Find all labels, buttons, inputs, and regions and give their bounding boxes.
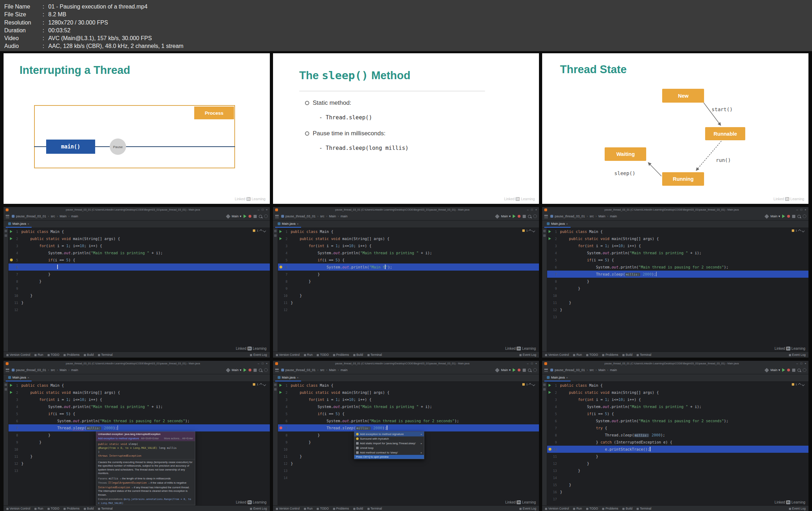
build-icon[interactable] [764,214,769,219]
gutter[interactable]: 4 [278,249,291,256]
tab-main-java[interactable]: Main.java × [6,375,32,381]
breadcrumb-src[interactable]: src [51,214,55,218]
intention-actions-popup[interactable]: Add exception to method signature▸Surrou… [354,431,424,459]
breadcrumb-class[interactable]: Main [329,368,336,372]
bulb-gutter-icon[interactable] [10,259,13,261]
statusbar-event-log[interactable]: Event Log [519,353,536,357]
code-line[interactable]: 8 } [9,278,270,285]
run-gutter-icon[interactable] [279,230,282,233]
next-issue-icon[interactable] [532,229,535,232]
statusbar-todo[interactable]: TODO [586,507,598,510]
gutter[interactable]: 11 [9,299,21,306]
gutter[interactable]: 3 [547,396,560,403]
minimize-button[interactable]: – [796,208,798,211]
code-line[interactable]: 5 if(i == 5) { [278,410,539,417]
tool-window-icon[interactable] [274,230,277,232]
breadcrumb-src[interactable]: src [320,368,325,372]
code-line[interactable]: 3 for(int i = 1; i<=10; i++) { [547,242,808,249]
gutter[interactable]: 13 [547,467,560,474]
gutter[interactable]: 11 [547,299,560,306]
statusbar-version-control[interactable]: Version Control [545,353,569,357]
statusbar-event-log[interactable]: Event Log [250,507,267,510]
breadcrumb-src[interactable]: src [320,214,325,218]
bulb-gutter-icon[interactable] [279,426,282,429]
search-icon[interactable] [259,215,262,218]
gutter[interactable]: 5 [547,256,560,263]
gutter[interactable]: 4 [547,249,560,256]
breadcrumb-method[interactable]: main [71,368,78,372]
gutter[interactable]: 9 [547,285,560,292]
tool-window-icon[interactable] [5,230,7,232]
code-line[interactable]: 1public class Main { [547,382,808,389]
statusbar-todo[interactable]: TODO [317,353,328,357]
hamburger-menu-icon[interactable] [275,369,279,372]
breadcrumb-project[interactable]: pause_thread_03_01 [16,214,46,218]
code-line[interactable]: 4 System.out.println("Main thread is pri… [278,249,539,256]
code-line[interactable]: 17 [547,495,808,502]
gutter[interactable]: 10 [547,446,560,453]
statusbar-problems[interactable]: Problems [602,353,618,357]
run-icon[interactable] [244,214,246,218]
run-gutter-icon[interactable] [10,384,12,387]
settings-icon[interactable] [264,214,268,218]
code-line[interactable]: 4 System.out.println("Main thread is pri… [9,403,270,410]
code-editor[interactable]: 1public class Main {2 public static void… [9,228,270,352]
statusbar-build[interactable]: Build [622,507,632,510]
next-issue-icon[interactable] [263,383,266,386]
statusbar-event-log[interactable]: Event Log [250,353,267,357]
close-button[interactable]: × [805,362,806,365]
minimize-button[interactable]: – [796,362,798,365]
more-actions-icon[interactable] [523,215,526,218]
code-line[interactable]: 15 } [547,481,808,488]
code-editor[interactable]: 1public class Main {2 public static void… [9,382,270,505]
code-line[interactable]: 12} [547,306,808,313]
code-line[interactable]: 6 [9,263,270,271]
gutter[interactable]: 6 [278,417,291,424]
tool-window-icon[interactable] [543,234,546,237]
gutter[interactable]: 3 [9,396,21,403]
code-line[interactable]: 6 System.out.println("Main thread is pau… [278,417,539,424]
breadcrumb-project[interactable]: pause_thread_03_01 [16,368,46,372]
code-line[interactable]: 12 [278,306,539,313]
statusbar-terminal[interactable]: Terminal [637,353,651,357]
gutter[interactable]: 1 [9,382,21,389]
code-line[interactable]: 6 System.out.println("Main thread is pau… [547,417,808,424]
gutter[interactable]: 11 [9,453,21,460]
code-line[interactable]: 14 [547,474,808,481]
statusbar-problems[interactable]: Problems [64,353,80,357]
hamburger-menu-icon[interactable] [544,215,548,218]
statusbar-event-log[interactable]: Event Log [519,507,536,510]
gutter[interactable]: 2 [9,235,21,242]
breadcrumb-method[interactable]: main [340,368,348,372]
code-line[interactable]: 4 System.out.println("Main thread is pri… [9,249,270,256]
code-area[interactable]: 1public class Main {2 public static void… [9,228,270,313]
documentation-popup[interactable]: Unhandled exception: java.lang.Interrupt… [96,431,195,505]
code-line[interactable]: 10 [547,292,808,299]
run-icon[interactable] [782,368,785,372]
run-gutter-icon[interactable] [279,384,282,387]
statusbar-todo[interactable]: TODO [317,507,328,510]
code-line[interactable]: 10 e.printStackTrace(); [547,446,808,453]
code-line[interactable]: 11} [278,299,539,306]
code-line[interactable]: 8 Thread.sleep(millis: 2000); [547,431,808,439]
code-line[interactable]: 2 public static void main(String[] args)… [547,389,808,396]
inspections-widget[interactable]: 1 [253,383,265,386]
code-line[interactable]: 1public class Main { [547,228,808,235]
code-line[interactable]: 12 } [547,460,808,467]
code-line[interactable]: 4 System.out.println("Main thread is pri… [547,249,808,256]
settings-icon[interactable] [533,214,537,218]
gutter[interactable]: 6 [9,263,21,271]
gutter[interactable]: 8 [547,278,560,285]
code-line[interactable]: 2 public static void main(String[] args)… [278,235,539,242]
code-line[interactable]: 12 [9,306,270,313]
gutter[interactable]: 16 [547,488,560,495]
more-actions-icon[interactable] [254,215,257,218]
tool-window-icon[interactable] [274,234,277,237]
code-editor[interactable]: 1public class Main {2 public static void… [547,228,808,352]
gutter[interactable]: 1 [9,228,21,235]
inspections-widget[interactable]: 1 [253,229,265,232]
code-line[interactable]: 5 if(i == 5) { [547,256,808,263]
minimize-button[interactable]: – [527,362,528,365]
build-icon[interactable] [495,214,500,219]
next-issue-icon[interactable] [802,229,805,232]
